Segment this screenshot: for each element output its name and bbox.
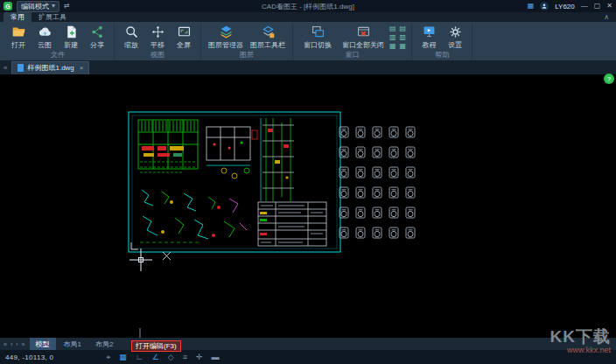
person-icon [541,3,548,10]
layer-toolbar-button[interactable]: 图层工具栏 [247,23,289,50]
edit-mode-label: 编辑模式 [21,2,49,11]
ortho-icon[interactable]: ∟ [136,353,144,362]
document-tab-label: 样例图纸1.dwg [27,63,74,73]
ribbon-tab-common[interactable]: 常用 [4,12,32,22]
edit-mode-select[interactable]: 编辑模式 ▾ [17,1,60,12]
fullscreen-icon [177,24,192,39]
detail-plan [206,127,257,178]
window-switch-icon [311,24,326,39]
group-label-window: 窗口 [346,51,360,60]
app-logo-icon: G [4,2,12,10]
float-help-glyph: ? [607,75,611,83]
magnifier-icon [124,24,139,39]
close-button[interactable]: ✕ [606,3,612,10]
minimize-button[interactable]: — [581,3,588,10]
user-avatar[interactable] [540,2,549,10]
tutorial-button[interactable]: 教程 [416,23,442,50]
lineweight-icon[interactable]: ▬ [211,353,219,362]
cad-drawing [0,74,616,338]
drawing-canvas[interactable] [0,74,616,338]
ribbon: 打开 云图 新建 分享 文件 [0,22,616,60]
share-icon [90,24,105,39]
open-edit-label: 打开编辑(F3) [136,341,177,351]
block-symbol-grid [340,127,415,238]
group-label-file: 文件 [51,51,65,60]
window-title: CAD看图王 - [样例图纸1.dwg] [105,2,511,11]
polar-icon[interactable]: ∠ [152,353,159,362]
arrange-columns-icon[interactable]: ▦ [400,42,407,51]
layout-nav: « ‹ › » [4,341,25,347]
ribbon-tab-extended[interactable]: 扩展工具 [32,12,74,22]
coordinates-readout: 449, -10113, 0 [5,354,53,361]
document-tab-active[interactable]: 样例图纸1.dwg × [11,61,89,74]
cascade-icon[interactable]: ▦ [389,42,396,51]
apps-grid-icon[interactable]: ▦ [528,3,535,10]
osnap-icon[interactable]: ◇ [168,353,174,362]
tile-vertical-icon[interactable]: ▥ [389,33,396,42]
group-label-layer: 图层 [240,51,254,60]
arrange-rows-icon[interactable]: ▥ [400,33,407,42]
tile-horizontal-icon[interactable]: ▤ [389,24,396,33]
window-close-all-button[interactable]: 窗口全部关闭 [339,23,388,50]
title-block-table [258,202,326,246]
cloud-icon [38,24,52,39]
ribbon-tab-bar: 常用 扩展工具 ∧ [0,12,616,22]
otrack-icon[interactable]: ≡ [183,353,187,362]
riser-diagram [261,118,294,201]
float-help-button[interactable]: ? [604,74,614,84]
grid-icon[interactable]: ▦ [119,353,127,362]
piping-isometrics [140,190,247,242]
layout-tab-model[interactable]: 模型 [30,338,56,350]
ribbon-group-view: 缩放 平移 全屏 视图 [115,23,201,60]
new-file-button[interactable]: 新建 [58,23,84,50]
titlebar: G 编辑模式 ▾ ⇄ CAD看图王 - [样例图纸1.dwg] ▦ LY620 … [0,0,616,12]
open-edit-button[interactable]: 打开编辑(F3) [131,340,181,352]
group-label-help: 帮助 [435,51,449,60]
ribbon-group-layer: 图层管理器 图层工具栏 图层 [201,23,293,60]
ribbon-group-file: 打开 云图 新建 分享 文件 [2,23,115,60]
nav-next-icon[interactable]: › [16,341,18,347]
ribbon-group-window: 窗口切换 窗口全部关闭 ▤ ▥ ▦ ▤ ▥ ▦ 窗口 [293,23,412,60]
status-bar: 449, -10113, 0 ⌖ ▦ ∟ ∠ ◇ ≡ ✛ ▬ [0,350,616,364]
tutorial-icon [422,24,437,39]
folder-open-icon [11,24,26,39]
new-file-icon [64,24,79,39]
share-button[interactable]: 分享 [84,23,110,50]
dynamic-input-icon[interactable]: ✛ [196,353,203,362]
group-label-view: 视图 [150,51,164,60]
tab-close-icon[interactable]: × [80,64,84,72]
layout-tab-layout1[interactable]: 布局1 [58,338,88,350]
panel-toggle-icon[interactable]: « [4,64,7,72]
zoom-button[interactable]: 缩放 [118,23,144,50]
fullscreen-button[interactable]: 全屏 [171,23,197,50]
crosshair-cursor [130,242,171,338]
quick-switch-icon[interactable]: ⇄ [64,3,70,10]
ribbon-collapse-icon[interactable]: ∧ [604,13,609,21]
username[interactable]: LY620 [555,3,575,10]
layer-tools-icon [261,24,276,39]
cloud-drawings-button[interactable]: 云图 [32,23,58,50]
window-arrange-column-1: ▤ ▥ ▦ [388,23,398,51]
snap-icon[interactable]: ⌖ [106,353,110,362]
nav-prev-icon[interactable]: ‹ [10,341,12,347]
pan-button[interactable]: 平移 [144,23,171,50]
nav-first-icon[interactable]: « [4,341,7,347]
settings-button[interactable]: 设置 [442,23,468,50]
arrange-grid-icon[interactable]: ▤ [400,24,407,33]
status-toggle-icons: ⌖ ▦ ∟ ∠ ◇ ≡ ✛ ▬ [106,353,219,362]
ribbon-group-help: 教程 设置 帮助 [412,23,472,60]
nav-last-icon[interactable]: » [22,341,25,347]
caret-down-icon: ▾ [52,3,55,10]
window-arrange-column-2: ▤ ▥ ▦ [398,23,409,51]
window-switch-button[interactable]: 窗口切换 [297,23,339,50]
layer-manager-button[interactable]: 图层管理器 [205,23,247,50]
layout-tab-layout2[interactable]: 布局2 [89,338,119,350]
document-tab-bar: « 样例图纸1.dwg × [0,60,616,74]
window-close-all-icon [356,24,371,39]
layers-icon [219,24,234,39]
open-button[interactable]: 打开 [5,23,32,50]
pan-move-icon [150,24,165,39]
dwg-file-icon [18,64,24,72]
gear-icon [448,24,463,39]
maximize-button[interactable]: ▢ [594,3,601,10]
